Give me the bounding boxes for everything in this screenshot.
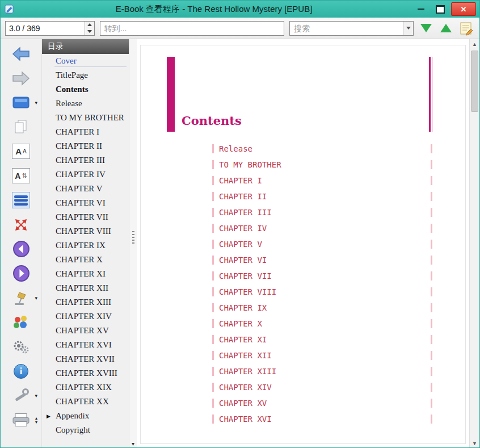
- next-page-button[interactable]: [3, 262, 39, 285]
- content-link-row[interactable]: CHAPTER V: [212, 236, 432, 252]
- prev-page-button[interactable]: [3, 237, 39, 261]
- page-spinner[interactable]: 3.0 / 369: [5, 21, 95, 36]
- expander-icon[interactable]: [47, 413, 50, 419]
- chevron-up-down-icon[interactable]: [35, 416, 37, 424]
- spin-down-icon[interactable]: [85, 28, 94, 35]
- back-button[interactable]: [3, 42, 39, 65]
- maximize-button[interactable]: [432, 3, 449, 15]
- content-link-row[interactable]: Release: [212, 141, 432, 157]
- content-link[interactable]: CHAPTER XV: [219, 399, 267, 408]
- toc-item[interactable]: CHAPTER XX: [42, 395, 129, 409]
- close-button[interactable]: [451, 2, 476, 16]
- toc-item[interactable]: TitlePage: [42, 68, 129, 82]
- toc-item[interactable]: CHAPTER III: [42, 153, 129, 168]
- toc-item[interactable]: CHAPTER IV: [42, 168, 129, 182]
- toc-item[interactable]: CHAPTER XIX: [42, 380, 129, 395]
- content-link[interactable]: CHAPTER XII: [219, 351, 272, 360]
- content-link-row[interactable]: CHAPTER VIII: [212, 284, 432, 300]
- toc-item[interactable]: CHAPTER II: [42, 139, 129, 153]
- toc-item[interactable]: CHAPTER IX: [42, 238, 129, 253]
- toc-item[interactable]: CHAPTER XVI: [42, 338, 129, 352]
- copy-page-button[interactable]: [3, 115, 39, 139]
- scroll-down-icon[interactable]: [129, 441, 137, 447]
- theme-button[interactable]: [3, 311, 39, 334]
- find-prev-button[interactable]: [439, 21, 453, 36]
- toc-item[interactable]: CHAPTER XVIII: [42, 366, 129, 380]
- toc-item[interactable]: CHAPTER XII: [42, 281, 129, 295]
- toc-item[interactable]: CHAPTER I: [42, 125, 129, 139]
- toc-item[interactable]: TO MY BROTHER: [42, 111, 129, 125]
- scroll-down-icon[interactable]: [470, 439, 479, 448]
- chevron-down-icon[interactable]: [35, 100, 37, 106]
- content-link[interactable]: CHAPTER XI: [219, 335, 267, 344]
- content-link-row[interactable]: TO MY BROTHER: [212, 157, 432, 173]
- content-link-row[interactable]: CHAPTER XI: [212, 332, 432, 347]
- info-button[interactable]: [3, 359, 39, 383]
- font-size-button[interactable]: [3, 140, 39, 163]
- content-link-row[interactable]: CHAPTER XV: [212, 395, 432, 411]
- content-link[interactable]: Release: [219, 144, 252, 153]
- content-link[interactable]: CHAPTER X: [219, 319, 262, 328]
- splitter-grip-icon[interactable]: [132, 231, 134, 245]
- content-link[interactable]: CHAPTER IX: [219, 303, 267, 312]
- toc-item[interactable]: CHAPTER VII: [42, 210, 129, 224]
- tools-button[interactable]: [3, 384, 39, 407]
- toc-item[interactable]: CHAPTER XIV: [42, 309, 129, 324]
- toc-item[interactable]: Appendix: [42, 409, 129, 423]
- content-link[interactable]: CHAPTER II: [219, 192, 267, 201]
- font-family-button[interactable]: [3, 164, 39, 187]
- toc-item[interactable]: Release: [42, 97, 129, 111]
- toc-scrollbar[interactable]: [129, 39, 137, 448]
- content-link[interactable]: CHAPTER III: [219, 208, 272, 217]
- content-link-row[interactable]: CHAPTER IX: [212, 300, 432, 316]
- toc-view-button[interactable]: [3, 189, 39, 212]
- fullscreen-button[interactable]: [3, 213, 39, 236]
- content-link[interactable]: CHAPTER V: [219, 240, 262, 249]
- spin-up-icon[interactable]: [85, 22, 94, 28]
- toc-item[interactable]: Cover: [42, 54, 129, 68]
- toc-item[interactable]: CHAPTER XV: [42, 324, 129, 338]
- find-next-button[interactable]: [419, 21, 433, 36]
- content-link[interactable]: CHAPTER VI: [219, 256, 267, 265]
- content-link[interactable]: CHAPTER XVI: [219, 414, 272, 424]
- content-link[interactable]: CHAPTER XIII: [219, 367, 276, 376]
- chevron-down-icon[interactable]: [35, 393, 37, 399]
- content-link-row[interactable]: CHAPTER VI: [212, 252, 432, 268]
- toc-item[interactable]: CHAPTER X: [42, 253, 129, 267]
- scroll-up-icon[interactable]: [470, 40, 479, 49]
- minimize-button[interactable]: [412, 3, 430, 15]
- content-link-row[interactable]: CHAPTER XIII: [212, 363, 432, 379]
- forward-button[interactable]: [3, 66, 39, 90]
- chevron-down-icon[interactable]: [403, 22, 413, 35]
- content-link-row[interactable]: CHAPTER II: [212, 189, 432, 204]
- toc-item[interactable]: Contents: [42, 82, 129, 97]
- print-button[interactable]: [3, 408, 39, 432]
- content-link[interactable]: CHAPTER XIV: [219, 383, 272, 392]
- toc-item[interactable]: CHAPTER XI: [42, 267, 129, 281]
- toc-item[interactable]: Copyright: [42, 423, 129, 437]
- notes-button[interactable]: [458, 20, 475, 37]
- toc-item[interactable]: CHAPTER XVII: [42, 352, 129, 366]
- content-link-row[interactable]: CHAPTER III: [212, 204, 432, 220]
- content-link[interactable]: CHAPTER IV: [219, 224, 267, 233]
- content-link[interactable]: TO MY BROTHER: [219, 160, 281, 169]
- content-link-row[interactable]: CHAPTER XIV: [212, 379, 432, 395]
- settings-button[interactable]: [3, 335, 39, 358]
- content-link-row[interactable]: CHAPTER VII: [212, 268, 432, 284]
- content-link[interactable]: CHAPTER VII: [219, 271, 272, 280]
- view-mode-button[interactable]: [3, 91, 39, 114]
- content-link-row[interactable]: CHAPTER XII: [212, 347, 432, 363]
- content-link-row[interactable]: CHAPTER I: [212, 173, 432, 189]
- scrollbar-thumb[interactable]: [471, 51, 478, 112]
- search-input[interactable]: [289, 21, 414, 36]
- main-scrollbar[interactable]: [469, 39, 479, 448]
- toc-item[interactable]: CHAPTER VI: [42, 196, 129, 210]
- toc-item[interactable]: CHAPTER VIII: [42, 224, 129, 238]
- toc-item[interactable]: CHAPTER XIII: [42, 295, 129, 309]
- lamp-button[interactable]: [3, 286, 39, 309]
- goto-input[interactable]: [100, 21, 285, 36]
- content-link[interactable]: CHAPTER VIII: [219, 287, 276, 296]
- content-link-row[interactable]: CHAPTER IV: [212, 220, 432, 236]
- chevron-down-icon[interactable]: [35, 295, 37, 301]
- content-link[interactable]: CHAPTER I: [219, 176, 262, 185]
